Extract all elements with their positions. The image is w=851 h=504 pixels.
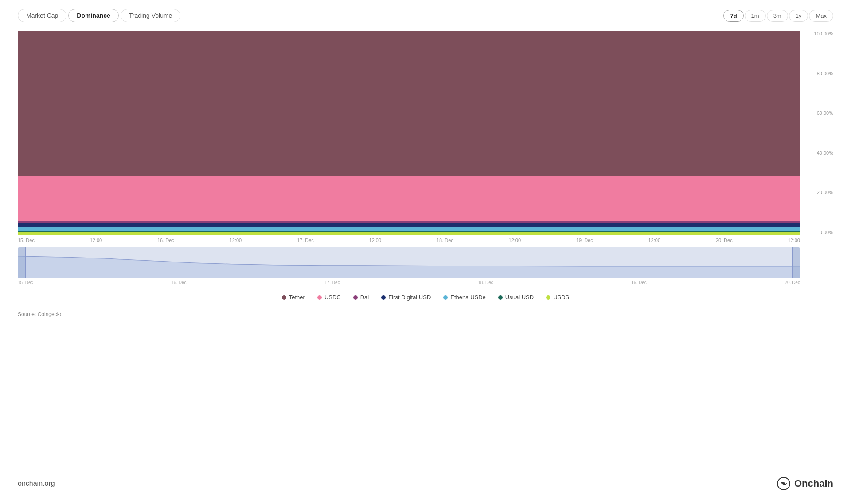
mini-x-label-4: 19. Dec xyxy=(631,280,646,285)
tether-label: Tether xyxy=(289,294,305,301)
svg-marker-0 xyxy=(18,232,800,235)
x-label-11: 12:00 xyxy=(788,238,800,243)
chart-area: 100.00% 80.00% 60.00% 40.00% 20.00% 0.00… xyxy=(18,31,833,495)
y-label-0: 0.00% xyxy=(820,230,833,235)
time-group: 7d 1m 3m 1y Max xyxy=(723,10,833,22)
time-1y[interactable]: 1y xyxy=(789,10,808,22)
svg-marker-5 xyxy=(18,176,800,221)
onchain-logo-icon xyxy=(777,477,791,491)
usdc-label: USDC xyxy=(324,294,341,301)
mini-handle-left[interactable] xyxy=(18,247,26,278)
time-3m[interactable]: 3m xyxy=(767,10,788,22)
footer: onchain.org Onchain xyxy=(18,463,833,495)
x-label-9: 12:00 xyxy=(648,238,660,243)
tab-group: Market Cap Dominance Trading Volume xyxy=(18,9,180,22)
x-label-6: 18. Dec xyxy=(437,238,453,243)
y-label-80: 80.00% xyxy=(817,71,833,76)
legend-usds: USDS xyxy=(546,294,569,301)
first-digital-dot xyxy=(381,295,386,300)
svg-point-10 xyxy=(782,482,785,485)
stacked-area-svg xyxy=(18,31,800,235)
x-label-4: 17. Dec xyxy=(297,238,314,243)
dai-dot xyxy=(353,295,358,300)
ethena-dot xyxy=(443,295,448,300)
x-label-0: 15. Dec xyxy=(18,238,35,243)
footer-logo: Onchain xyxy=(777,477,833,491)
tab-market-cap[interactable]: Market Cap xyxy=(18,9,66,22)
x-label-8: 19. Dec xyxy=(576,238,593,243)
footer-logo-text: Onchain xyxy=(794,478,833,489)
tab-dominance[interactable]: Dominance xyxy=(68,9,118,22)
x-label-1: 12:00 xyxy=(90,238,102,243)
header-controls: Market Cap Dominance Trading Volume 7d 1… xyxy=(18,9,833,22)
main-chart-container: 100.00% 80.00% 60.00% 40.00% 20.00% 0.00… xyxy=(18,31,833,235)
usual-label: Usual USD xyxy=(505,294,534,301)
mini-x-axis: 15. Dec 16. Dec 17. Dec 18. Dec 19. Dec … xyxy=(18,278,800,285)
footer-domain: onchain.org xyxy=(18,480,55,488)
y-label-20: 20.00% xyxy=(817,190,833,195)
usdc-dot xyxy=(317,295,322,300)
tether-dot xyxy=(282,295,286,300)
time-7d[interactable]: 7d xyxy=(723,10,743,22)
svg-marker-1 xyxy=(18,231,800,232)
mini-x-label-3: 18. Dec xyxy=(478,280,493,285)
legend-dai: Dai xyxy=(353,294,369,301)
time-max[interactable]: Max xyxy=(809,10,833,22)
svg-marker-3 xyxy=(18,223,800,227)
y-label-100: 100.00% xyxy=(814,31,833,36)
mini-x-label-0: 15. Dec xyxy=(18,280,33,285)
main-chart xyxy=(18,31,800,235)
legend-usdc: USDC xyxy=(317,294,341,301)
x-label-5: 12:00 xyxy=(369,238,382,243)
legend: Tether USDC Dai First Digital USD Ethena… xyxy=(18,294,833,301)
usds-dot xyxy=(546,295,550,300)
x-label-3: 12:00 xyxy=(230,238,242,243)
mini-x-label-1: 16. Dec xyxy=(171,280,186,285)
page-wrapper: Market Cap Dominance Trading Volume 7d 1… xyxy=(0,0,851,504)
legend-first-digital: First Digital USD xyxy=(381,294,431,301)
usds-label: USDS xyxy=(553,294,569,301)
first-digital-label: First Digital USD xyxy=(388,294,431,301)
svg-marker-6 xyxy=(18,31,800,176)
dai-label: Dai xyxy=(360,294,369,301)
legend-usual: Usual USD xyxy=(498,294,534,301)
svg-marker-4 xyxy=(18,221,800,223)
y-axis: 100.00% 80.00% 60.00% 40.00% 20.00% 0.00… xyxy=(802,31,833,235)
x-axis: 15. Dec 12:00 16. Dec 12:00 17. Dec 12:0… xyxy=(18,235,800,243)
ethena-label: Ethena USDe xyxy=(450,294,486,301)
tab-trading-volume[interactable]: Trading Volume xyxy=(121,9,181,22)
mini-handle-right[interactable] xyxy=(792,247,800,278)
mini-chart-svg xyxy=(18,247,800,278)
y-label-60: 60.00% xyxy=(817,110,833,116)
x-label-2: 16. Dec xyxy=(157,238,174,243)
legend-ethena: Ethena USDe xyxy=(443,294,486,301)
legend-tether: Tether xyxy=(282,294,305,301)
y-label-40: 40.00% xyxy=(817,150,833,156)
mini-x-label-2: 17. Dec xyxy=(324,280,340,285)
mini-x-label-5: 20. Dec xyxy=(785,280,800,285)
svg-marker-2 xyxy=(18,227,800,231)
x-label-10: 20. Dec xyxy=(716,238,733,243)
divider xyxy=(18,322,833,322)
x-label-7: 12:00 xyxy=(509,238,521,243)
time-1m[interactable]: 1m xyxy=(745,10,766,22)
source-text: Source: Coingecko xyxy=(18,311,833,317)
usual-dot xyxy=(498,295,503,300)
mini-chart[interactable] xyxy=(18,247,800,278)
